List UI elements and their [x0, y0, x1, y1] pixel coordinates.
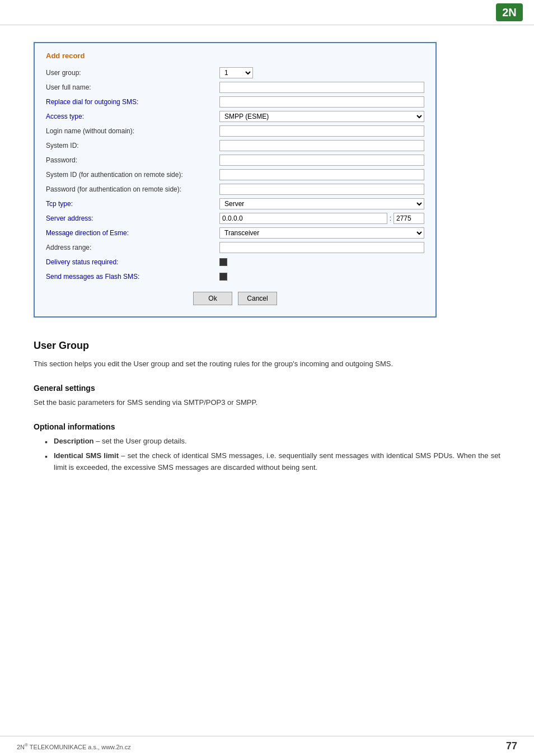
- footer: 2N® TELEKOMUNIKACE a.s., www.2n.cz 77: [0, 736, 534, 756]
- input-password[interactable]: [219, 155, 424, 166]
- bullet-bold-description: Description: [54, 437, 94, 445]
- form-row-system-id: System ID:: [46, 139, 424, 152]
- label-system-id: System ID:: [46, 142, 219, 150]
- label-password: Password:: [46, 156, 219, 164]
- form-row-access-type: Access type: SMPP (ESME)SMTPPOP3: [46, 110, 424, 123]
- user-group-section: User Group This section helps you edit t…: [34, 340, 500, 474]
- subsection-desc-general-settings: Set the basic parameters for SMS sending…: [34, 397, 500, 409]
- cancel-button[interactable]: Cancel: [238, 292, 277, 305]
- label-user-full-name: User full name:: [46, 83, 219, 91]
- server-address-group: :: [219, 213, 424, 224]
- subsection-title-general-settings: General settings: [34, 384, 500, 393]
- input-address-range[interactable]: [219, 242, 424, 253]
- bullet-bold-identical-sms: Identical SMS limit: [54, 451, 119, 460]
- label-flash-sms: Send messages as Flash SMS:: [46, 273, 219, 281]
- input-user-full-name[interactable]: [219, 82, 424, 93]
- form-row-delivery-status: Delivery status required:: [46, 256, 424, 268]
- form-row-user-full-name: User full name:: [46, 81, 424, 94]
- form-row-tcp-type: Tcp type: ServerClient: [46, 198, 424, 210]
- checkbox-flash-sms[interactable]: [219, 273, 227, 281]
- form-row-replace-dial: Replace dial for outgoing SMS:: [46, 96, 424, 108]
- label-system-id-remote: System ID (for authentication on remote …: [46, 171, 219, 179]
- input-password-remote[interactable]: [219, 184, 424, 195]
- label-delivery-status: Delivery status required:: [46, 258, 219, 266]
- form-row-password: Password:: [46, 154, 424, 166]
- label-replace-dial: Replace dial for outgoing SMS:: [46, 98, 219, 106]
- form-row-login-name: Login name (without domain):: [46, 125, 424, 137]
- select-access-type[interactable]: SMPP (ESME)SMTPPOP3: [219, 111, 424, 122]
- input-login-name[interactable]: [219, 125, 424, 137]
- input-replace-dial[interactable]: [219, 96, 424, 108]
- label-password-remote: Password (for authentication on remote s…: [46, 185, 219, 193]
- select-user-group[interactable]: 123: [219, 67, 253, 78]
- select-tcp-type[interactable]: ServerClient: [219, 198, 424, 209]
- label-message-direction: Message direction of Esme:: [46, 229, 219, 237]
- bullet-text-description: – set the User group details.: [96, 437, 187, 445]
- form-row-server-address: Server address: :: [46, 212, 424, 225]
- footer-page: 77: [506, 740, 517, 752]
- label-server-address: Server address:: [46, 214, 219, 222]
- header: 2N: [0, 0, 534, 25]
- dialog-box: Add record User group: 123 User full nam…: [34, 42, 437, 318]
- form-row-flash-sms: Send messages as Flash SMS:: [46, 270, 424, 283]
- label-user-group: User group:: [46, 69, 219, 77]
- optional-info-list: Description – set the User group details…: [34, 436, 500, 474]
- bullet-text-identical-sms: – set the check of identical SMS message…: [54, 451, 500, 472]
- footer-text: 2N® TELEKOMUNIKACE a.s., www.2n.cz: [17, 743, 131, 750]
- input-system-id[interactable]: [219, 140, 424, 151]
- list-item-identical-sms: Identical SMS limit – set the check of i…: [45, 450, 500, 474]
- subsection-general-settings: General settings Set the basic parameter…: [34, 384, 500, 409]
- select-message-direction[interactable]: TransceiverTransmitterReceiver: [219, 227, 424, 239]
- section-description-user-group: This section helps you edit the User gro…: [34, 358, 500, 370]
- form-row-user-group: User group: 123: [46, 67, 424, 79]
- logo: 2N: [496, 3, 523, 21]
- input-server-address[interactable]: [219, 213, 387, 224]
- form-row-message-direction: Message direction of Esme: TransceiverTr…: [46, 227, 424, 239]
- input-server-port[interactable]: [394, 213, 424, 224]
- input-system-id-remote[interactable]: [219, 169, 424, 180]
- subsection-optional-info: Optional informations Description – set …: [34, 422, 500, 474]
- subsection-title-optional-info: Optional informations: [34, 422, 500, 431]
- form-row-password-remote: Password (for authentication on remote s…: [46, 183, 424, 195]
- dialog-title: Add record: [46, 52, 424, 60]
- ok-button[interactable]: Ok: [193, 292, 232, 305]
- port-separator: :: [388, 213, 392, 224]
- label-tcp-type: Tcp type:: [46, 200, 219, 208]
- main-content: Add record User group: 123 User full nam…: [0, 25, 534, 494]
- label-address-range: Address range:: [46, 244, 219, 251]
- form-row-system-id-remote: System ID (for authentication on remote …: [46, 169, 424, 181]
- form-row-address-range: Address range:: [46, 241, 424, 254]
- checkbox-delivery-status[interactable]: [219, 258, 227, 266]
- label-login-name: Login name (without domain):: [46, 127, 219, 135]
- section-title-user-group: User Group: [34, 340, 500, 352]
- dialog-buttons: Ok Cancel: [46, 292, 424, 305]
- list-item-description: Description – set the User group details…: [45, 436, 500, 447]
- label-access-type: Access type:: [46, 113, 219, 120]
